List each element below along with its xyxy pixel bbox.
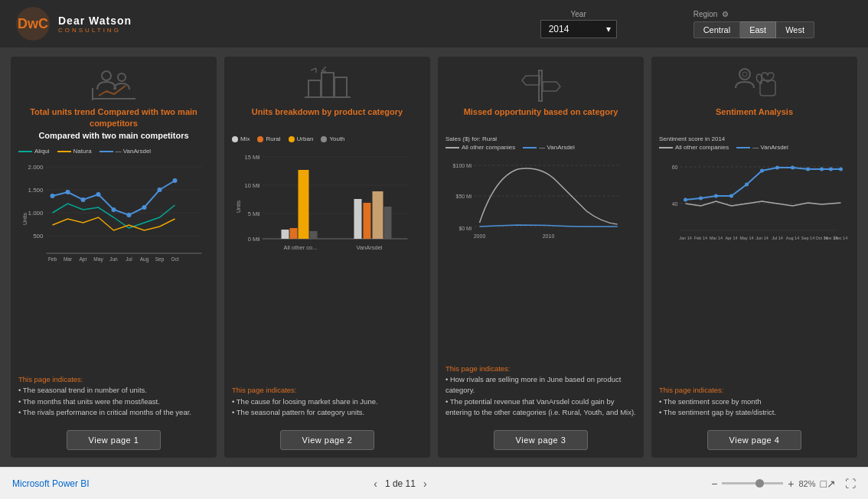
svg-rect-51 [354, 199, 362, 239]
svg-text:Mar: Mar [64, 256, 73, 262]
svg-text:Jan 14: Jan 14 [679, 236, 692, 240]
card3-description: This page indicates: • How rivals are se… [445, 357, 636, 424]
card3-title: Missed opportunity based on category [445, 106, 636, 129]
region-west-button[interactable]: West [776, 21, 814, 38]
legend-youth: Youth [321, 135, 344, 142]
card2-icon [232, 64, 423, 106]
svg-point-33 [173, 178, 178, 183]
legend-vanarsdel2: — VanArsdel [523, 144, 575, 151]
svg-point-89 [745, 183, 749, 187]
share-icon[interactable]: □↗ [821, 478, 836, 490]
card4-description: This page indicates: • The sentiment sco… [659, 379, 850, 424]
view-page-3-button[interactable]: View page 3 [494, 430, 589, 450]
year-select-wrapper[interactable]: 2014 2013 2015 [540, 20, 617, 38]
region-header: Region ⚙ [693, 10, 729, 18]
top-bar: DwC Dear Watson CONSULTING Year 2014 201… [0, 0, 868, 47]
svg-text:0 Mil: 0 Mil [248, 236, 260, 243]
zoom-slider-thumb [755, 479, 764, 488]
chart1-legend: Aliqui Natura — VanArsdel [18, 148, 209, 155]
zoom-plus[interactable]: + [788, 478, 794, 490]
svg-point-92 [791, 166, 795, 170]
svg-text:40: 40 [672, 201, 678, 207]
svg-text:2000: 2000 [474, 233, 486, 239]
svg-text:1.000: 1.000 [28, 210, 44, 217]
svg-text:May: May [93, 256, 103, 263]
main-content: Total units trend Compared with two main… [0, 47, 868, 467]
svg-text:Feb: Feb [48, 256, 57, 262]
svg-point-91 [775, 166, 779, 170]
card1-icon [18, 64, 209, 106]
svg-point-96 [839, 168, 843, 171]
card-missed-opportunity: Missed opportunity based on category Sal… [438, 57, 644, 458]
card3-chart-subtitle: Sales ($) for: Rural [445, 135, 636, 142]
card2-title: Units breakdown by product category [232, 106, 423, 129]
svg-point-2 [102, 71, 111, 80]
svg-text:2010: 2010 [543, 233, 555, 239]
card1-chart: Aliqui Natura — VanArsdel 2.000 1.500 1.… [18, 148, 209, 368]
year-label: Year [571, 10, 586, 18]
region-settings-icon[interactable]: ⚙ [722, 10, 729, 18]
view-page-4-button[interactable]: View page 4 [707, 430, 802, 450]
svg-text:2.000: 2.000 [28, 164, 44, 171]
card2-svg: 15 Mil 10 Mil 5 Mil 0 Mil Units [232, 145, 423, 264]
svg-rect-48 [290, 228, 298, 239]
svg-text:Dec 14: Dec 14 [834, 236, 847, 240]
card4-svg: 60 40 Jan 14 Feb 14 Mar 14 Apr 14 May 14… [659, 154, 850, 257]
logo-subtitle: CONSULTING [58, 27, 132, 34]
region-control: Region ⚙ Central East West [693, 10, 814, 38]
logo-area: DwC Dear Watson CONSULTING [15, 6, 132, 41]
zoom-minus[interactable]: − [711, 478, 717, 490]
card-sentiment: Sentiment Analysis Sentiment score in 20… [651, 57, 857, 458]
svg-text:Apr: Apr [79, 256, 87, 263]
card2-btn-area: View page 2 [232, 424, 423, 458]
svg-point-93 [806, 168, 810, 171]
card1-btn-area: View page 1 [18, 424, 209, 458]
card3-btn-area: View page 3 [445, 424, 636, 458]
card2-chart: Mix Rural Urban Youth 15 Mil 10 Mil [232, 135, 423, 379]
card4-chart: Sentiment score in 2014 All other compan… [659, 135, 850, 379]
legend-vanarsdel: — VanArsdel [100, 148, 152, 155]
legend-vanarsdel3: — VanArsdel [736, 144, 788, 151]
card4-btn-area: View page 4 [659, 424, 850, 458]
region-east-button[interactable]: East [740, 21, 776, 38]
card3-icon [445, 64, 636, 106]
powerbi-link[interactable]: Microsoft Power BI [12, 478, 90, 489]
svg-text:May 14: May 14 [739, 236, 753, 240]
region-buttons: Central East West [693, 21, 814, 38]
svg-point-26 [66, 190, 70, 194]
svg-rect-53 [373, 191, 383, 239]
card4-icon [659, 64, 850, 106]
page-info: 1 de 11 [385, 478, 416, 489]
svg-point-86 [699, 197, 703, 201]
view-page-2-button[interactable]: View page 2 [280, 430, 375, 450]
legend-mix: Mix [232, 135, 250, 142]
bottom-bar: Microsoft Power BI ‹ 1 de 11 › − + 82% □… [0, 467, 868, 499]
region-central-button[interactable]: Central [693, 21, 740, 38]
card4-title: Sentiment Analysis [659, 106, 850, 129]
view-page-1-button[interactable]: View page 1 [67, 430, 162, 450]
legend-natura: Natura [57, 148, 92, 155]
fullscreen-icon[interactable]: ⛶ [845, 478, 856, 490]
card1-svg: 2.000 1.500 1.000 500 Units Feb Mar Apr … [18, 158, 209, 276]
svg-text:Sep: Sep [155, 256, 165, 263]
svg-point-30 [127, 213, 132, 217]
legend-all-co3: All other companies [659, 144, 729, 151]
svg-rect-47 [282, 230, 289, 239]
svg-rect-52 [364, 203, 371, 239]
svg-text:$100 Mi: $100 Mi [453, 163, 472, 168]
svg-text:Apr 14: Apr 14 [725, 236, 737, 240]
card3-svg: $100 Mi $50 Mi $0 Mi 2000 2010 [445, 154, 636, 261]
year-dropdown[interactable]: 2014 2013 2015 [540, 20, 617, 38]
svg-text:Units: Units [22, 213, 28, 225]
prev-page-button[interactable]: ‹ [374, 478, 377, 490]
zoom-slider[interactable] [722, 482, 783, 484]
legend-rural: Rural [257, 135, 280, 142]
svg-text:Oct: Oct [171, 256, 178, 262]
pagination: ‹ 1 de 11 › [374, 478, 426, 490]
svg-text:VanArsdel: VanArsdel [356, 244, 382, 251]
svg-text:500: 500 [33, 233, 44, 240]
svg-text:Jun: Jun [109, 256, 118, 262]
logo-text: Dear Watson CONSULTING [58, 15, 132, 34]
next-page-button[interactable]: › [423, 478, 427, 490]
chart2-legend: Mix Rural Urban Youth [232, 135, 423, 142]
